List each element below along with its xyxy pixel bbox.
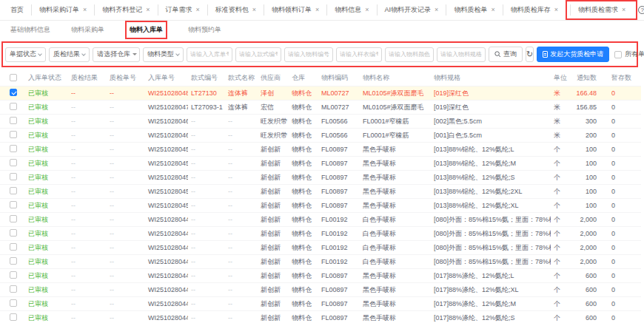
cell-select [0,86,25,101]
cell-supplier: 泽创 [258,86,289,101]
row-checkbox[interactable] [10,187,17,194]
row-checkbox[interactable] [10,285,17,293]
filter-input-3[interactable] [284,47,333,62]
cell-material-name: 黑色手唛标 [360,269,431,283]
cell-material-code: FL00897 [318,143,360,157]
top-tab-订单需求[interactable]: 订单需求× [158,4,207,16]
cell-style-no: -- [188,269,225,283]
filter-input-1[interactable] [187,47,232,62]
top-tab-物料质检需求[interactable]: 物料质检需求× [570,4,633,16]
cell-qc-result: -- [68,255,107,269]
row-checkbox[interactable] [10,299,17,307]
cell-warehouse: 物料仓 [289,311,318,323]
top-tab-AI物料开发记录[interactable]: AI物料开发记录× [377,4,446,16]
cell-material-spec: [019]深红色 [431,86,551,101]
row-checkbox[interactable] [10,201,17,208]
row-checkbox[interactable] [10,215,17,222]
cell-notify-qty: 600 [573,269,608,283]
cell-select [0,157,25,171]
cell-style-no: -- [188,171,225,185]
filter-input-2[interactable] [235,47,281,62]
cell-status: 已审核 [25,241,68,255]
cell-status: 已审核 [25,283,68,297]
select-placeholder: 单据状态 [10,50,36,59]
close-icon[interactable]: × [315,7,319,13]
row-checkbox[interactable] [10,131,17,138]
cell-warehouse: 物料仓 [289,283,318,297]
row-checkbox[interactable] [10,89,17,96]
select-all-checkbox[interactable] [10,74,17,81]
close-icon[interactable]: × [435,7,438,13]
filter-input-6[interactable] [437,47,486,62]
filter-bar: 单据状态质检结果请选择仓库物料类型 查询 ↻ 发起大货质检申请 所有单据 [1,41,638,67]
top-tab-物料信息[interactable]: 物料信息× [326,4,376,16]
top-tab-物料质检库存[interactable]: 物料质检库存× [503,4,566,16]
cell-select [0,143,25,157]
table-row: 已审核----WI251028045----新创新物料仓FL00897黑色手唛标… [0,143,641,157]
all-documents-checkbox-box[interactable] [614,51,622,58]
cell-warehouse: 物料仓 [289,101,318,115]
top-tab-物料采购订单[interactable]: 物料采购订单× [31,4,94,16]
row-checkbox[interactable] [10,103,17,110]
table-row: 已审核----WI251028044----新创新物料仓FL00192白色手唛标… [0,255,641,269]
sub-tab-基础物料信息[interactable]: 基础物料信息 [10,25,50,35]
col-warehouse: 仓库 [289,69,318,86]
cell-style-name: -- [225,255,258,269]
cell-qc-no: -- [107,86,145,101]
filter-select-质检结果[interactable]: 质检结果 [49,47,90,62]
top-tab-标准资料包[interactable]: 标准资料包× [207,4,264,16]
close-icon[interactable]: × [252,7,256,13]
filter-input-5[interactable] [385,47,434,62]
cell-material-spec: [013]88%锦纶、12%氨纶;M [431,157,551,171]
filter-select-请选择仓库[interactable]: 请选择仓库 [93,47,140,62]
cell-warehouse: 物料仓 [289,269,318,283]
close-icon[interactable]: × [554,7,558,13]
row-checkbox[interactable] [10,229,17,237]
close-icon[interactable]: × [83,7,87,13]
close-icon[interactable]: × [365,7,369,13]
refresh-button[interactable]: ↻ [526,47,534,62]
cell-warehouse: 物料仓 [289,171,318,185]
row-checkbox[interactable] [10,173,17,180]
filter-input-4[interactable] [336,47,382,62]
cell-temp-qty: 0 [608,269,641,283]
row-checkbox[interactable] [10,243,17,251]
cell-material-spec: [001]白色;5.5cm [431,129,551,143]
cell-supplier: 新创新 [258,157,289,171]
launch-bulk-inspection-button[interactable]: 发起大货质检申请 [537,47,609,62]
all-documents-checkbox[interactable]: 所有单据 [614,50,644,59]
row-checkbox[interactable] [10,145,17,152]
cell-select [0,255,25,269]
close-icon[interactable]: × [491,7,494,13]
row-checkbox[interactable] [10,313,17,321]
table-row: 已审核----WI251028044----新创新物料仓FL00897黑色手唛标… [0,269,641,283]
row-checkbox[interactable] [10,159,17,166]
cell-style-name: -- [225,311,258,323]
top-tab-物料领料订单[interactable]: 物料领料订单× [264,4,326,16]
sub-tab-物料预约单[interactable]: 物料预约单 [188,25,221,35]
cell-material-code: FL00897 [318,199,360,213]
col-temp-qty: 暂存数 [608,69,641,86]
cell-inbound-no: WI251028044 [145,227,188,241]
sub-tab-物料采购单[interactable]: 物料采购单 [71,25,104,35]
row-checkbox[interactable] [10,257,17,265]
row-checkbox[interactable] [10,271,17,279]
cell-supplier: 新创新 [258,269,289,283]
table-row: 已审核----WI251028044----新创新物料仓FL00897黑色手唛标… [0,311,641,323]
top-tab-物料质检单[interactable]: 物料质检单× [446,4,502,16]
close-icon[interactable]: × [146,7,150,13]
row-checkbox[interactable] [10,117,17,124]
cell-material-code: ML00727 [318,86,360,101]
filter-select-物料类型[interactable]: 物料类型 [143,47,184,62]
search-button[interactable]: 查询 [489,47,523,62]
cell-select [0,241,25,255]
filter-select-单据状态[interactable]: 单据状态 [5,47,46,62]
close-icon[interactable]: × [196,7,200,13]
cell-temp-qty: 0 [608,283,641,297]
sub-tab-物料入库单[interactable]: 物料入库单 [130,25,163,35]
help-icon[interactable]: ? [637,5,644,15]
close-icon[interactable]: × [622,7,625,13]
top-tab-首页[interactable]: 首页 [3,4,31,16]
cell-qc-no: -- [107,157,145,171]
top-tab-物料齐料登记[interactable]: 物料齐料登记× [94,4,157,16]
